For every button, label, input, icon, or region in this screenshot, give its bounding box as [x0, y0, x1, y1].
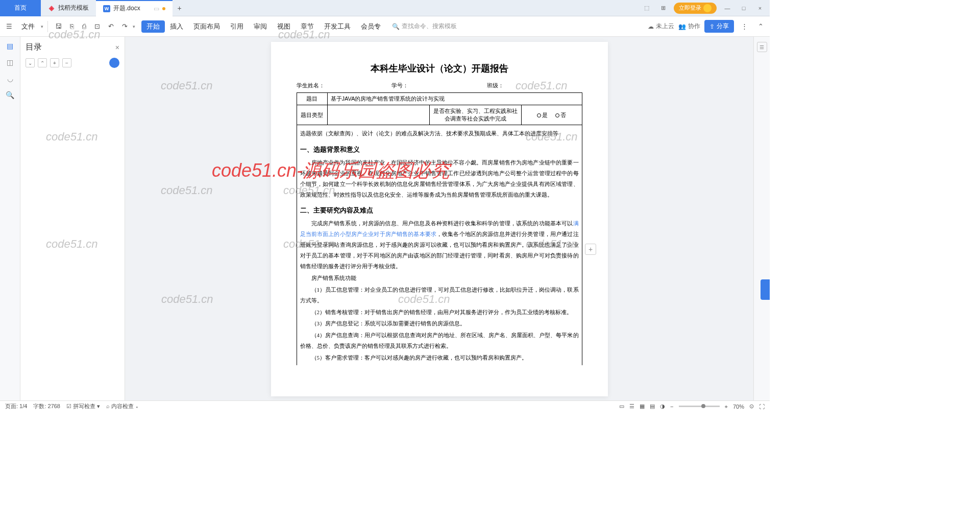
cloud-icon: ☁: [648, 23, 654, 30]
type-label: 题目类型: [297, 105, 327, 125]
cloud-label: 未上云: [656, 22, 674, 31]
collapse-all-icon[interactable]: ⌃: [38, 58, 47, 67]
word-icon: W: [103, 5, 110, 12]
spellcheck-toggle[interactable]: ☑ 拼写检查 ▾: [66, 402, 100, 410]
preview-icon[interactable]: ⊡: [91, 20, 103, 32]
status-bar: 页面: 1/4 字数: 2768 ☑ 拼写检查 ▾ ⌕ 内容检查 ▾ ▭ ☰ ▦…: [0, 400, 770, 412]
toolbar-right: ☁ 未上云 👥 协作 ⇪ 分享 ⋮ ⌃: [648, 20, 767, 33]
tab-bar: 首页 ◈ 找稻壳模板 W 开题.docx ▭ + ⬚ ⊞ 立即登录 — □ ×: [0, 0, 770, 16]
document-canvas[interactable]: 本科生毕业设计（论文）开题报告 学生姓名： 学号： 班级： 题目 基于JAVA的…: [125, 37, 753, 401]
menu-chapter[interactable]: 章节: [296, 16, 319, 36]
page-indicator[interactable]: 页面: 1/4: [5, 402, 27, 410]
contentcheck-toggle[interactable]: ⌕ 内容检查 ▾: [106, 402, 139, 410]
grid-icon[interactable]: ⊞: [657, 5, 669, 11]
left-sidebar: ▤ ◫ ◡ 🔍: [0, 37, 20, 401]
dao-icon: ◈: [48, 5, 55, 12]
section-h2: 二、主要研究内容及难点: [300, 206, 579, 215]
zoom-out[interactable]: −: [670, 404, 673, 410]
redo-icon[interactable]: ↷: [119, 20, 131, 32]
fn-4: （4）房产信息查询：用户可以根据信息查询对房产的地址、所在区域、房产名、房屋面积…: [300, 330, 579, 351]
fullscreen-icon[interactable]: ⛶: [759, 404, 765, 410]
menu-layout[interactable]: 页面布局: [188, 16, 225, 36]
close-button[interactable]: ×: [754, 5, 766, 11]
tab-add[interactable]: +: [173, 4, 187, 12]
tab-templates[interactable]: ◈ 找稻壳模板: [41, 0, 96, 16]
toolbar: ☰ 文件 ▾ 🖫 ⎘ ⎙ ⊡ ↶ ↷ ▾ 开始 插入 页面布局 引用 审阅 视图…: [0, 16, 770, 37]
remove-item-icon[interactable]: −: [62, 58, 71, 67]
share-label: 分享: [717, 22, 729, 31]
topic-value: 基于JAVA的房地产销售管理系统的设计与实现: [327, 93, 582, 105]
side-tab-icon[interactable]: [761, 279, 770, 300]
export-icon[interactable]: ⎘: [67, 20, 77, 32]
view-read-icon[interactable]: ▭: [619, 403, 624, 410]
search-icon[interactable]: 🔍: [5, 90, 15, 100]
outline-close[interactable]: ×: [115, 43, 119, 52]
tabbar-right: ⬚ ⊞ 立即登录 — □ ×: [641, 3, 770, 14]
zoom-level[interactable]: 70%: [733, 404, 744, 410]
search-placeholder: 查找命令、搜索模板: [402, 22, 457, 31]
para-2: 完成房产销售系统，对房源的信息、用户信息及各种资料进行收集和科学的管理，该系统的…: [300, 218, 579, 271]
basis-cell: 选题依据（文献查阅）、设计（论文）的难点及解决方法、技术要求及预期成果、具体工本…: [297, 125, 582, 366]
outline-title: 目录: [26, 42, 42, 53]
fit-icon[interactable]: ⊙: [749, 403, 754, 410]
section-icon[interactable]: ◫: [5, 57, 15, 67]
word-count[interactable]: 字数: 2768: [33, 402, 60, 410]
outline-tools: ⌄ ⌃ + −: [26, 58, 119, 68]
cloud-button[interactable]: ☁ 未上云: [648, 22, 674, 31]
main-area: ▤ ◫ ◡ 🔍 目录 × ⌄ ⌃ + − 本科生毕业设计（论文）开题报告 学生姓…: [0, 37, 770, 401]
maximize-button[interactable]: □: [738, 5, 749, 11]
collapse-icon[interactable]: ⌃: [755, 20, 767, 32]
more-icon[interactable]: ⋮: [738, 20, 751, 32]
login-button[interactable]: 立即登录: [674, 3, 717, 14]
sync-badge-icon[interactable]: [109, 58, 119, 68]
menu-icon[interactable]: ☰: [3, 20, 15, 32]
file-menu[interactable]: 文件: [17, 20, 39, 33]
menu-view[interactable]: 视图: [272, 16, 296, 36]
fn-5: （5）客户需求管理：客户可以对感兴趣的房产进行收藏，也可以预约看房和购置房产。: [300, 352, 579, 363]
zoom-thumb[interactable]: [701, 404, 705, 408]
separator: [47, 21, 48, 32]
id-label: 学号：: [391, 82, 487, 89]
view-focus-icon[interactable]: ◑: [660, 403, 665, 410]
expand-all-icon[interactable]: ⌄: [26, 58, 35, 67]
zoom-in[interactable]: +: [725, 404, 728, 410]
view-outline-icon[interactable]: ▤: [650, 403, 655, 410]
view-web-icon[interactable]: ☰: [629, 403, 634, 410]
zoom-slider[interactable]: [679, 406, 720, 407]
save-icon[interactable]: 🖫: [52, 20, 65, 32]
bookmark-icon[interactable]: ◡: [5, 74, 15, 84]
add-item-icon[interactable]: +: [50, 58, 59, 67]
floating-add-button[interactable]: +: [585, 244, 596, 255]
outline-icon[interactable]: ▤: [5, 41, 15, 51]
menu-ref[interactable]: 引用: [225, 16, 249, 36]
radio-yes[interactable]: [537, 113, 541, 117]
menu-dev[interactable]: 开发工具: [319, 16, 356, 36]
print-icon[interactable]: ⎙: [79, 20, 89, 32]
yes-label: 是: [542, 112, 548, 118]
no-label: 否: [560, 112, 566, 118]
share-button[interactable]: ⇪ 分享: [704, 20, 734, 33]
right-sidebar: ☰: [753, 37, 770, 401]
tab-device-icon: ▭: [154, 5, 159, 12]
login-label: 立即登录: [679, 4, 701, 12]
undo-icon[interactable]: ↶: [105, 20, 117, 32]
rb-menu-icon[interactable]: ☰: [757, 42, 767, 52]
collab-icon: 👥: [678, 23, 686, 30]
tab-document[interactable]: W 开题.docx ▭: [96, 0, 173, 16]
para-1: 房地产业作为我国的支柱产业，在国民经济中的主导地位不容小觑。而房屋销售作为房地产…: [300, 157, 579, 200]
view-print-icon[interactable]: ▦: [640, 403, 645, 410]
outline-panel: 目录 × ⌄ ⌃ + −: [20, 37, 125, 401]
menu-member[interactable]: 会员专: [356, 16, 386, 36]
menu-insert[interactable]: 插入: [165, 16, 188, 36]
radio-no[interactable]: [555, 113, 559, 117]
command-search[interactable]: 🔍 查找命令、搜索模板: [388, 20, 461, 32]
class-label: 班级：: [487, 82, 582, 89]
menu-review[interactable]: 审阅: [249, 16, 272, 36]
collab-button[interactable]: 👥 协作: [678, 22, 700, 31]
fn-2: （2）销售考核管理：对于销售出房产的销售经理，由用户对其服务进行评分，作为员工业…: [300, 307, 579, 318]
tab-home[interactable]: 首页: [0, 0, 41, 16]
menu-start[interactable]: 开始: [141, 20, 165, 33]
type-value: 是否在实验、实习、工程实践和社会调查等社会实践中完成: [429, 105, 521, 125]
layout-icon[interactable]: ⬚: [641, 5, 652, 11]
minimize-button[interactable]: —: [722, 5, 733, 11]
